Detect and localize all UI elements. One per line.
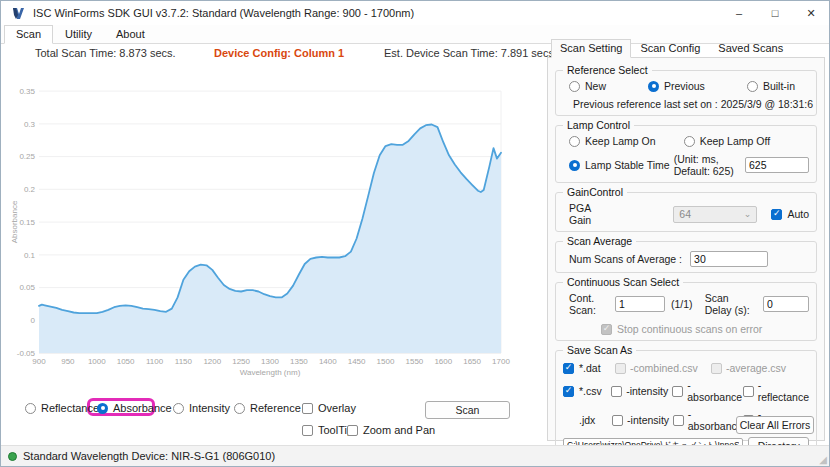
- chevron-down-icon: ⌄: [744, 209, 752, 219]
- radio-icon: [569, 81, 580, 92]
- reference-new-radio[interactable]: New: [569, 80, 606, 92]
- spectrum-chart-area: 0.350.30.250.20.150.10.050-0.05900950100…: [9, 68, 539, 386]
- tab-scan-config[interactable]: Scan Config: [631, 39, 709, 58]
- keep-lamp-off-radio[interactable]: Keep Lamp Off: [684, 135, 770, 147]
- continuous-scan-group: Continuous Scan Select Cont. Scan: (1/1)…: [555, 282, 817, 341]
- dat-checkbox[interactable]: *.dat: [563, 362, 615, 374]
- svg-text:0.15: 0.15: [19, 218, 35, 227]
- overlay-checkbox[interactable]: Overlay: [302, 402, 356, 414]
- window-title: ISC WinForms SDK GUI v3.7.2: Standard (W…: [33, 7, 414, 19]
- svg-text:950: 950: [61, 357, 75, 366]
- scan-delay-input[interactable]: [763, 296, 809, 312]
- checkbox-checked-disabled-icon: [601, 324, 612, 335]
- est-device-scan-time: Est. Device Scan Time: 7.891 secs.: [384, 47, 557, 59]
- keep-lamp-on-radio[interactable]: Keep Lamp On: [569, 135, 656, 147]
- cont-scan-label: Cont. Scan:: [569, 292, 609, 316]
- svg-text:1250: 1250: [232, 357, 250, 366]
- device-status-text: Standard Wavelength Device: NIR-S-G1 (80…: [23, 450, 275, 462]
- checkbox-icon: [672, 386, 683, 397]
- gain-auto-checkbox[interactable]: Auto: [771, 208, 809, 220]
- checkbox-checked-icon: [771, 209, 782, 220]
- checkbox-checked-icon: [563, 363, 574, 374]
- reference-select-group: Reference Select New Previous Built-i: [555, 70, 817, 116]
- checkbox-icon: [302, 425, 313, 436]
- title-bar: ISC WinForms SDK GUI v3.7.2: Standard (W…: [1, 1, 829, 25]
- settings-panel: Scan Setting Scan Config Saved Scans Ref…: [547, 38, 825, 442]
- absorbance-radio[interactable]: Absorbance: [97, 402, 172, 414]
- radio-icon: [234, 403, 245, 414]
- checkbox-icon: [347, 425, 358, 436]
- group-title: Lamp Control: [563, 119, 634, 131]
- minimize-button[interactable]: –: [721, 1, 757, 25]
- scan-button[interactable]: Scan: [425, 401, 510, 419]
- app-window: ISC WinForms SDK GUI v3.7.2: Standard (W…: [0, 0, 830, 467]
- checkbox-icon: [611, 386, 622, 397]
- stop-on-error-checkbox: Stop continuous scans on error: [601, 323, 762, 335]
- save-row-csv: *.csv -intensity -absorbance -refle: [563, 379, 809, 403]
- plot-controls: Reflectance Absorbance Intensity Referen…: [1, 390, 546, 444]
- reference-previous-radio[interactable]: Previous: [648, 80, 705, 92]
- jdx-intensity-checkbox[interactable]: -intensity: [612, 414, 673, 426]
- jdx-absorbance-checkbox[interactable]: -absorbance: [673, 408, 743, 432]
- reflectance-radio[interactable]: Reflectance: [25, 402, 99, 414]
- clear-all-errors-button[interactable]: Clear All Errors: [736, 416, 814, 434]
- intensity-radio[interactable]: Intensity: [173, 402, 230, 414]
- tab-scan-setting[interactable]: Scan Setting: [551, 39, 631, 58]
- group-title: Reference Select: [563, 64, 652, 76]
- svg-text:1150: 1150: [175, 357, 193, 366]
- main-area: Total Scan Time: 8.873 secs. Device Conf…: [1, 44, 829, 445]
- status-bar: Standard Wavelength Device: NIR-S-G1 (80…: [1, 445, 829, 466]
- csv-reflectance-checkbox[interactable]: -reflectance: [743, 379, 809, 403]
- total-scan-time: Total Scan Time: 8.873 secs.: [35, 47, 176, 59]
- tab-about[interactable]: About: [104, 25, 157, 44]
- reference-builtin-radio[interactable]: Built-in: [747, 80, 795, 92]
- group-title: GainControl: [563, 186, 627, 198]
- num-scans-input[interactable]: [690, 251, 768, 267]
- svg-text:0.3: 0.3: [24, 120, 36, 129]
- checkbox-disabled-icon: [711, 363, 722, 374]
- svg-text:1000: 1000: [88, 357, 106, 366]
- checkbox-checked-icon: [563, 386, 574, 397]
- checkbox-disabled-icon: [615, 363, 626, 374]
- svg-text:1600: 1600: [434, 357, 452, 366]
- svg-text:1700: 1700: [492, 357, 510, 366]
- zoom-and-pan-checkbox[interactable]: Zoom and Pan: [347, 424, 435, 436]
- csv-checkbox[interactable]: *.csv: [563, 385, 611, 397]
- radio-selected-icon: [97, 403, 108, 414]
- reference-radio[interactable]: Reference: [234, 402, 301, 414]
- svg-text:1050: 1050: [117, 357, 135, 366]
- scan-setting-page: Reference Select New Previous Built-i: [547, 57, 825, 441]
- tab-scan[interactable]: Scan: [4, 25, 53, 44]
- checkbox-icon: [612, 415, 623, 426]
- svg-text:1650: 1650: [463, 357, 481, 366]
- radio-icon: [569, 136, 580, 147]
- csv-intensity-checkbox[interactable]: -intensity: [611, 385, 672, 397]
- radio-selected-icon: [648, 81, 659, 92]
- tab-saved-scans[interactable]: Saved Scans: [709, 39, 792, 58]
- tab-utility[interactable]: Utility: [53, 25, 104, 44]
- lamp-stable-time-input[interactable]: [745, 157, 809, 173]
- pga-gain-dropdown: 64 ⌄: [673, 206, 757, 223]
- lamp-control-group: Lamp Control Keep Lamp On Keep Lamp Off: [555, 125, 817, 183]
- close-button[interactable]: ✕: [793, 1, 829, 25]
- svg-text:Absorbance: Absorbance: [10, 200, 19, 243]
- status-connected-icon: [8, 452, 17, 461]
- svg-text:0.2: 0.2: [24, 185, 36, 194]
- tooltip-checkbox[interactable]: ToolTip: [302, 424, 353, 436]
- svg-text:1550: 1550: [406, 357, 424, 366]
- lamp-stable-time-radio[interactable]: Lamp Stable Time: [569, 159, 670, 171]
- num-scans-label: Num Scans of Average :: [569, 253, 682, 265]
- app-icon: [12, 7, 25, 20]
- cont-scan-input[interactable]: [615, 296, 665, 312]
- settings-tabs: Scan Setting Scan Config Saved Scans: [547, 38, 825, 57]
- svg-text:Wavelength (nm): Wavelength (nm): [240, 368, 301, 377]
- lamp-stable-hint: (Unit: ms, Default: 625): [674, 153, 739, 177]
- radio-icon: [684, 136, 695, 147]
- csv-absorbance-checkbox[interactable]: -absorbance: [672, 379, 742, 403]
- radio-icon: [173, 403, 184, 414]
- svg-text:900: 900: [32, 357, 46, 366]
- average-csv-checkbox: -average.csv: [711, 362, 786, 374]
- device-config-label: Device Config: Column 1: [214, 47, 344, 59]
- maximize-button[interactable]: □: [757, 1, 793, 25]
- resize-grip[interactable]: ◢: [819, 454, 827, 466]
